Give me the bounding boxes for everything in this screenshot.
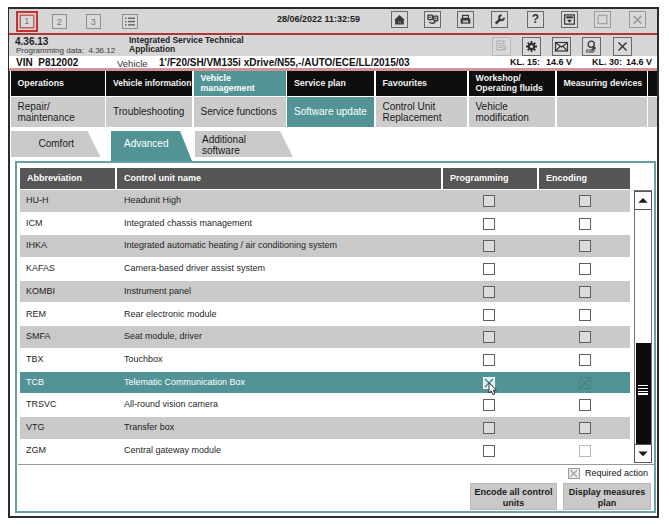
svg-text:AIR: AIR xyxy=(586,49,595,54)
